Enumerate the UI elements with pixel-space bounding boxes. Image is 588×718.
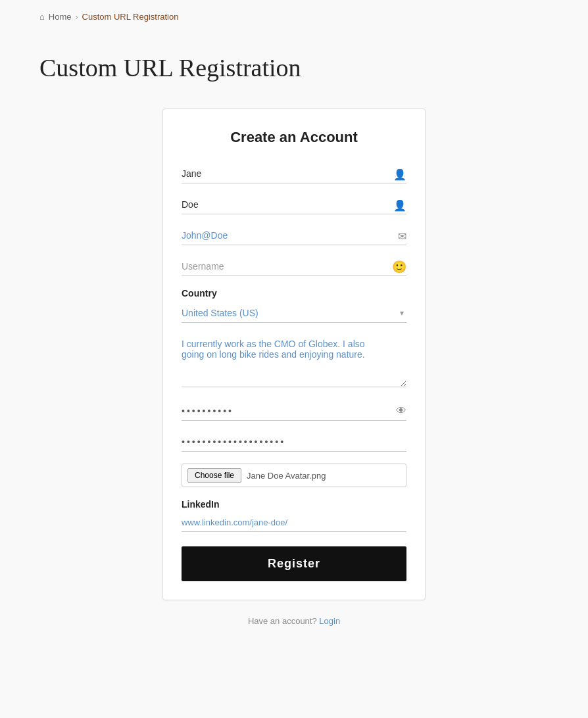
registration-form-card: Create an Account 👤 👤 ✉ 🙂 Country United… [162,108,426,600]
show-password-icon[interactable]: 👁 [396,405,406,417]
breadcrumb-separator: › [76,12,78,22]
password-field-group: 👁 [182,402,406,421]
last-name-input[interactable] [182,195,406,214]
linkedin-input[interactable] [182,514,406,532]
bio-field-group: I currently work as the CMO of Globex. I… [182,335,406,390]
email-input[interactable] [182,226,406,245]
linkedin-section: LinkedIn [182,499,406,546]
username-field-group: 🙂 [182,257,406,276]
login-link-section: Have an account? Login [0,616,588,626]
person-icon-firstname: 👤 [393,168,406,180]
register-button[interactable]: Register [182,546,406,581]
last-name-field-group: 👤 [182,195,406,214]
breadcrumb-current: Custom URL Registration [82,12,179,22]
file-name-display: Jane Doe Avatar.png [247,471,326,481]
email-icon: ✉ [398,229,406,242]
page-title: Custom URL Registration [0,34,588,108]
breadcrumb: ⌂ Home › Custom URL Registration [0,0,588,34]
country-label: Country [182,288,406,299]
first-name-field-group: 👤 [182,164,406,183]
person-icon-lastname: 👤 [393,199,406,211]
first-name-input[interactable] [182,164,406,183]
country-select-wrapper: United States (US) Canada United Kingdom… [182,304,406,323]
form-card-title: Create an Account [182,129,406,146]
choose-file-button[interactable]: Choose file [187,468,241,483]
linkedin-label: LinkedIn [182,499,406,510]
country-select[interactable]: United States (US) Canada United Kingdom… [182,304,406,322]
email-field-group: ✉ [182,226,406,245]
username-input[interactable] [182,257,406,276]
bio-textarea[interactable]: I currently work as the CMO of Globex. I… [182,335,406,387]
country-section: Country United States (US) Canada United… [182,288,406,323]
file-upload-wrapper: Choose file Jane Doe Avatar.png [182,464,406,487]
username-icon: 🙂 [392,260,406,274]
login-link[interactable]: Login [319,616,340,626]
password-input[interactable] [182,402,406,420]
confirm-password-input[interactable] [182,433,406,451]
confirm-password-field-group [182,433,406,452]
breadcrumb-home-link[interactable]: Home [49,12,72,22]
home-icon: ⌂ [39,12,45,22]
